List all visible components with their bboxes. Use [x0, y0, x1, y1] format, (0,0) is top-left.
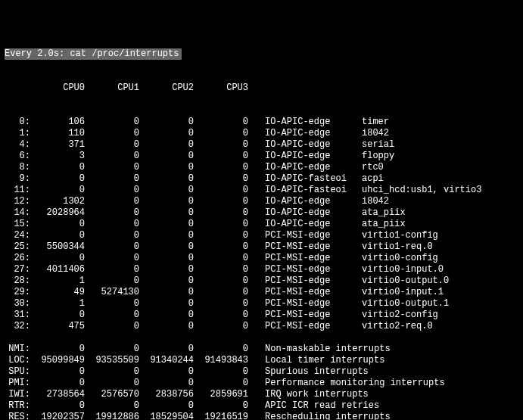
irq-cpu3: 0 [194, 185, 248, 196]
named-cpu3: 19216519 [194, 412, 248, 420]
irq-id: 30: [5, 298, 30, 310]
irq-cpu1: 0 [85, 128, 139, 139]
named-cpu1: 19912886 [85, 412, 139, 420]
irq-row: 29:49527413000 PCI-MSI-edgevirtio0-input… [5, 287, 518, 298]
named-desc: Rescheduling interrupts [265, 412, 391, 420]
irq-cpu2: 0 [139, 139, 194, 151]
irq-row: 11:0000 IO-APIC-fasteoiuhci_hcd:usb1, vi… [5, 185, 518, 196]
irq-row: 24:0000 PCI-MSI-edgevirtio1-config [5, 230, 518, 241]
irq-cpu0: 1302 [30, 196, 85, 207]
irq-row: 0:106000 IO-APIC-edgetimer [5, 117, 518, 128]
irq-cpu2: 0 [139, 162, 194, 173]
irq-cpu1: 0 [85, 253, 139, 264]
named-cpu2: 0 [139, 400, 194, 412]
named-desc: Spurious interrupts [265, 366, 369, 378]
irq-type: IO-APIC-edge [265, 207, 362, 219]
irq-type: PCI-MSI-edge [265, 287, 362, 298]
irq-type: PCI-MSI-edge [265, 253, 362, 264]
irq-type: PCI-MSI-edge [265, 230, 362, 241]
irq-cpu2: 0 [139, 241, 194, 253]
named-id: LOC: [5, 355, 30, 366]
irq-cpu0: 3 [30, 151, 85, 162]
irq-row: 14:2028964000 IO-APIC-edgeata_piix [5, 207, 518, 219]
named-cpu3: 2859691 [194, 389, 248, 400]
cpu-header-row: CPU0CPU1CPU2CPU3 [5, 82, 518, 94]
irq-device: virtio0-output.0 [362, 275, 449, 287]
irq-device: ata_piix [362, 219, 406, 230]
irq-cpu2: 0 [139, 230, 194, 241]
named-row: LOC:95099849935355099134024491493843 Loc… [5, 355, 518, 366]
named-id: SPU: [5, 366, 30, 378]
named-desc: Non-maskable interrupts [265, 344, 391, 355]
irq-type: IO-APIC-edge [265, 151, 362, 162]
irq-type: IO-APIC-fasteoi [265, 185, 362, 196]
irq-id: 24: [5, 230, 30, 241]
irq-device: acpi [362, 173, 384, 185]
irq-device: ata_piix [362, 207, 406, 219]
irq-type: PCI-MSI-edge [265, 241, 362, 253]
named-row: RTR:0000 APIC ICR read retries [5, 400, 518, 412]
named-cpu1: 93535509 [85, 355, 139, 366]
irq-type: PCI-MSI-edge [265, 275, 362, 287]
irq-id: 25: [5, 241, 30, 253]
irq-device: virtio2-config [362, 310, 438, 321]
irq-type: IO-APIC-edge [265, 196, 362, 207]
irq-device: i8042 [362, 196, 389, 207]
irq-cpu2: 0 [139, 264, 194, 275]
irq-cpu2: 0 [139, 185, 194, 196]
named-cpu3: 91493843 [194, 355, 248, 366]
irq-cpu3: 0 [194, 196, 248, 207]
irq-type: IO-APIC-edge [265, 128, 362, 139]
named-cpu1: 0 [85, 366, 139, 378]
named-id: IWI: [5, 389, 30, 400]
watch-header: Every 2.0s: cat /proc/interrupts [5, 48, 182, 60]
irq-row: 30:1000 PCI-MSI-edgevirtio0-output.1 [5, 298, 518, 310]
irq-device: virtio1-req.0 [362, 241, 433, 253]
irq-device: virtio1-config [362, 230, 438, 241]
named-row: RES:19202357199128861852950419216519 Res… [5, 412, 518, 420]
irq-row: 27:4011406000 PCI-MSI-edgevirtio0-input.… [5, 264, 518, 275]
irq-cpu2: 0 [139, 196, 194, 207]
named-cpu0: 19202357 [30, 412, 85, 420]
irq-cpu1: 0 [85, 173, 139, 185]
cpu-col-3: CPU3 [194, 82, 248, 94]
irq-cpu0: 0 [30, 230, 85, 241]
irq-cpu3: 0 [194, 128, 248, 139]
irq-cpu3: 0 [194, 117, 248, 128]
irq-cpu1: 0 [85, 139, 139, 151]
irq-cpu3: 0 [194, 207, 248, 219]
named-cpu2: 0 [139, 344, 194, 355]
named-desc: APIC ICR read retries [265, 400, 379, 412]
irq-id: 0: [5, 117, 30, 128]
irq-cpu1: 0 [85, 310, 139, 321]
named-cpu0: 0 [30, 366, 85, 378]
named-desc: Local timer interrupts [265, 355, 384, 366]
irq-id: 9: [5, 173, 30, 185]
irq-id: 12: [5, 196, 30, 207]
irq-row: 15:0000 IO-APIC-edgeata_piix [5, 219, 518, 230]
irq-device: virtio2-req.0 [362, 321, 433, 332]
irq-cpu1: 0 [85, 275, 139, 287]
irq-cpu0: 1 [30, 275, 85, 287]
cpu-col-1: CPU1 [85, 82, 139, 94]
irq-cpu0: 0 [30, 173, 85, 185]
irq-row: 25:5500344000 PCI-MSI-edgevirtio1-req.0 [5, 241, 518, 253]
irq-cpu2: 0 [139, 275, 194, 287]
irq-cpu1: 0 [85, 298, 139, 310]
irq-cpu2: 0 [139, 151, 194, 162]
irq-cpu1: 0 [85, 151, 139, 162]
irq-cpu0: 0 [30, 253, 85, 264]
irq-id: 8: [5, 162, 30, 173]
irq-cpu1: 0 [85, 241, 139, 253]
irq-cpu0: 0 [30, 219, 85, 230]
irq-cpu3: 0 [194, 321, 248, 332]
named-cpu3: 0 [194, 378, 248, 389]
named-desc: Performance monitoring interrupts [265, 378, 445, 389]
named-cpu1: 0 [85, 378, 139, 389]
irq-cpu0: 2028964 [30, 207, 85, 219]
named-id: NMI: [5, 344, 30, 355]
irq-cpu3: 0 [194, 253, 248, 264]
irq-cpu1: 0 [85, 219, 139, 230]
irq-type: IO-APIC-edge [265, 219, 362, 230]
irq-cpu2: 0 [139, 173, 194, 185]
